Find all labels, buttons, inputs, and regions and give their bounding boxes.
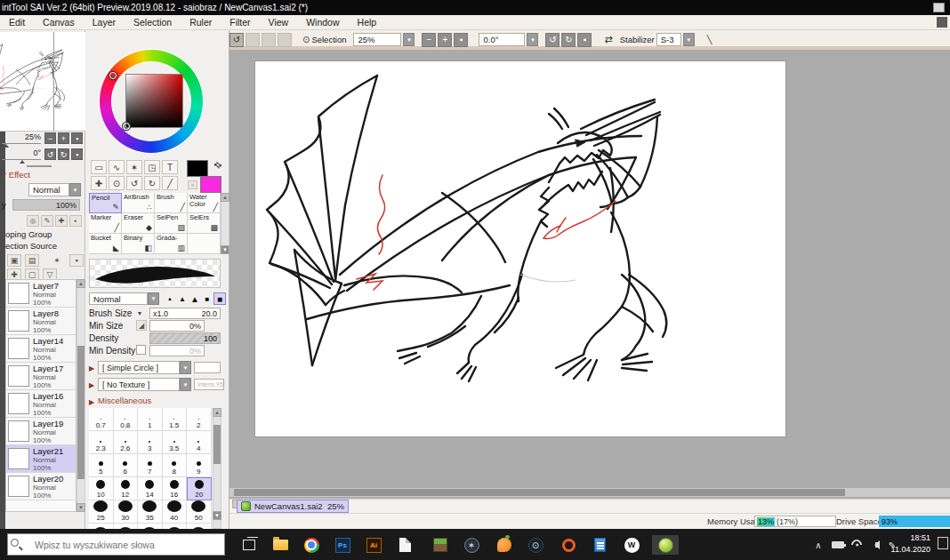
redo-button[interactable] xyxy=(246,33,260,47)
line-tool-icon[interactable]: ╲ xyxy=(707,35,712,44)
size-grid-scroll-up[interactable]: ▲ xyxy=(213,408,221,417)
cut-button[interactable] xyxy=(262,33,276,47)
rotate-ccw-button[interactable]: ↺ xyxy=(545,33,560,47)
stabilizer-dropdown-button[interactable]: ▾ xyxy=(683,33,695,46)
size-cell[interactable]: 40 xyxy=(163,500,188,524)
size-cell[interactable]: 3.5 xyxy=(163,431,188,454)
layer-row[interactable]: Layer7 Normal 100% xyxy=(6,280,76,308)
brush-blend-combo[interactable]: Normal xyxy=(89,292,148,305)
layer-thumbnail[interactable] xyxy=(8,365,29,387)
wattpad-button[interactable]: W xyxy=(621,535,642,555)
size-cell[interactable]: 4 xyxy=(187,431,212,454)
notification-center-icon[interactable] xyxy=(938,537,948,549)
taskbar-clock[interactable]: 18:51 11.04.2020 xyxy=(891,532,930,556)
volume-button[interactable] xyxy=(866,535,882,555)
angle-combo[interactable]: 0.0° xyxy=(479,33,525,46)
chrome-button[interactable] xyxy=(301,535,322,555)
navigator-rotate-reset-button[interactable]: ▪ xyxy=(71,148,83,160)
size-cell-selected[interactable]: 20 xyxy=(187,477,212,500)
sv-selector-dot[interactable] xyxy=(123,123,130,130)
menu-ruler[interactable]: Ruler xyxy=(181,17,221,28)
layer-scrollbar-thumb[interactable] xyxy=(77,346,85,479)
shutter-app-button[interactable]: ✶ xyxy=(461,535,482,555)
preserve-opacity-icon[interactable]: ◎ xyxy=(27,215,39,227)
brush-texture-combo[interactable]: [ No Texture ] xyxy=(98,378,180,391)
zoom-in-button[interactable]: + xyxy=(438,33,452,47)
angle-dropdown-button[interactable]: ▾ xyxy=(527,33,538,46)
size-cell[interactable]: 14 xyxy=(138,477,163,500)
copy-button[interactable] xyxy=(278,33,292,47)
size-cell[interactable]: 9 xyxy=(187,454,212,477)
hue-selector-dot[interactable] xyxy=(109,72,117,79)
canvas-h-scrollbar-thumb[interactable] xyxy=(234,489,845,496)
menu-filter[interactable]: Filter xyxy=(221,17,259,28)
brush-edge-3[interactable]: ▲ xyxy=(189,292,201,305)
illustrator-button[interactable]: Ai xyxy=(363,535,384,555)
saturation-value-square[interactable] xyxy=(125,74,183,128)
photoshop-button[interactable]: Ps xyxy=(332,535,353,555)
draft-pen-icon[interactable]: ✎ xyxy=(41,215,53,227)
steam-button[interactable]: ⊙ xyxy=(525,535,546,555)
tool-bucket[interactable]: Bucket◣ xyxy=(89,234,122,254)
tool-gradation[interactable]: Grada-▥ xyxy=(155,234,188,254)
fl-studio-button[interactable] xyxy=(494,535,515,555)
layer-scroll-up-button[interactable]: ▲ xyxy=(76,279,85,288)
size-cell[interactable]: 7 xyxy=(138,454,163,477)
brush-edge-4[interactable]: ■ xyxy=(201,292,213,305)
brush-size-field[interactable]: x1.0 20.0 xyxy=(149,308,221,319)
new-folder-button[interactable]: ▤ xyxy=(25,254,39,267)
layer-thumbnail[interactable] xyxy=(8,448,29,469)
min-density-field[interactable]: 0% xyxy=(149,345,205,356)
new-layer-button[interactable]: ▣ xyxy=(7,254,21,267)
tool-selpen[interactable]: SelPen▨ xyxy=(155,213,188,234)
undo-button[interactable]: ↺ xyxy=(229,33,244,47)
navigator[interactable] xyxy=(0,32,85,132)
brush-edge-5[interactable]: ■ xyxy=(213,292,226,305)
menu-help[interactable]: Help xyxy=(349,17,386,28)
tool-watercolor[interactable]: Water Color╱ xyxy=(188,193,221,213)
clone-icon[interactable]: ◳ xyxy=(144,160,160,174)
layer-row-selected[interactable]: Layer21 Normal 100% xyxy=(6,445,76,473)
minimize-button[interactable] xyxy=(933,3,945,12)
size-grid-scrollbar-thumb[interactable] xyxy=(213,425,221,464)
size-cell[interactable]: 12 xyxy=(114,477,139,500)
reset-view-icon[interactable]: ↻ xyxy=(144,176,160,190)
brush-shape-combo[interactable]: [ Simple Circle ] xyxy=(98,361,180,374)
rotate-cw-button[interactable]: ↻ xyxy=(561,33,576,47)
layer-blend-mode-combo[interactable]: Normal xyxy=(28,183,69,196)
brush-blend-dropdown[interactable]: ▾ xyxy=(148,292,159,305)
size-cell[interactable]: 2 xyxy=(187,408,212,431)
miscellaneous-header[interactable]: Miscellaneous xyxy=(98,396,151,405)
size-cell[interactable]: 0.8 xyxy=(114,408,139,431)
layer-row[interactable]: Layer19 Normal 100% xyxy=(6,418,76,445)
background-color-swatch[interactable] xyxy=(200,176,221,193)
size-cell[interactable]: 25 xyxy=(89,500,114,524)
notepad-button[interactable] xyxy=(394,535,415,555)
size-cell[interactable]: 8 xyxy=(163,454,188,477)
flip-icon[interactable]: ⇄ xyxy=(604,34,612,45)
brush-size-unit-dropdown[interactable]: ▾ xyxy=(138,309,141,317)
network-button[interactable] xyxy=(849,535,865,555)
size-cell[interactable]: 1.5 xyxy=(163,408,188,431)
zoom-out-button[interactable]: − xyxy=(422,33,436,47)
menu-selection[interactable]: Selection xyxy=(125,17,181,28)
brush-texture-dropdown[interactable]: ▾ xyxy=(180,378,191,391)
origin-button[interactable] xyxy=(558,535,579,555)
layer-row[interactable]: Layer17 Normal 100% xyxy=(6,363,76,390)
tool-grid-scroll-up[interactable]: ▲ xyxy=(221,193,229,202)
layer-thumbnail[interactable] xyxy=(8,310,29,332)
brush-edge-2[interactable]: ▲ xyxy=(176,292,189,305)
text-tool-icon[interactable]: T xyxy=(162,160,178,174)
menu-layer[interactable]: Layer xyxy=(84,17,125,28)
navigator-rotate-ccw-button[interactable]: ↺ xyxy=(44,148,56,160)
navigator-zoom-reset-button[interactable]: ▪ xyxy=(71,132,83,144)
size-cell[interactable]: 35 xyxy=(138,500,163,524)
tool-grid-scroll-down[interactable]: ▼ xyxy=(221,245,229,254)
window-corner-button[interactable] xyxy=(937,17,947,28)
menu-canvas[interactable]: Canvas xyxy=(34,17,84,28)
size-cell[interactable]: 2.6 xyxy=(114,431,139,454)
misc-section-arrow[interactable]: ▶ xyxy=(89,398,94,406)
layer-row[interactable]: Layer20 Normal 100% xyxy=(6,473,76,500)
layer-effect-header[interactable]: r Effect xyxy=(4,170,30,180)
task-view-button[interactable] xyxy=(238,535,260,555)
